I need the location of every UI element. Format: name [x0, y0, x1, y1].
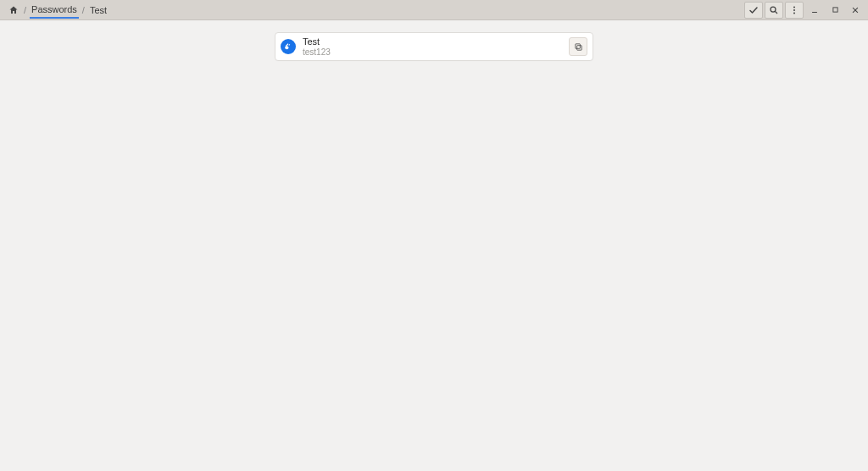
window-close-button[interactable] — [846, 2, 865, 19]
check-icon — [748, 5, 759, 15]
svg-rect-11 — [288, 44, 290, 46]
svg-point-3 — [793, 9, 795, 11]
breadcrumb-separator: / — [24, 5, 26, 15]
entry-title: Test — [303, 36, 569, 47]
svg-rect-12 — [576, 45, 581, 50]
content-area: Test test123 — [0, 20, 868, 471]
entry-text: Test test123 — [303, 36, 569, 56]
entry-subtitle: test123 — [303, 47, 569, 57]
svg-point-2 — [793, 6, 795, 8]
maximize-icon — [832, 6, 839, 14]
password-entry-card[interactable]: Test test123 — [275, 32, 593, 61]
toolbar-buttons — [744, 2, 865, 19]
breadcrumb-current[interactable]: Test — [88, 3, 108, 18]
header-bar: / Passwords / Test — [0, 0, 868, 20]
breadcrumb-separator: / — [82, 5, 85, 15]
svg-point-4 — [793, 12, 795, 14]
window-minimize-button[interactable] — [805, 2, 824, 19]
close-icon — [851, 6, 860, 14]
breadcrumb-root[interactable]: Passwords — [30, 2, 79, 19]
select-items-button[interactable] — [744, 2, 763, 19]
menu-button[interactable] — [785, 2, 804, 19]
home-icon[interactable] — [7, 3, 20, 17]
window-maximize-button[interactable] — [826, 2, 844, 19]
search-icon — [769, 5, 779, 15]
svg-point-9 — [285, 46, 288, 49]
copy-icon — [574, 42, 583, 52]
svg-rect-6 — [832, 8, 837, 12]
svg-rect-13 — [575, 43, 580, 48]
key-icon — [284, 42, 292, 51]
svg-point-0 — [771, 7, 776, 12]
breadcrumb: / Passwords / Test — [5, 2, 110, 18]
minimize-icon — [810, 6, 819, 14]
copy-password-button[interactable] — [569, 37, 587, 56]
search-button[interactable] — [765, 2, 783, 19]
kebab-icon — [789, 5, 799, 15]
svg-line-1 — [775, 11, 777, 14]
entry-avatar — [281, 39, 296, 54]
